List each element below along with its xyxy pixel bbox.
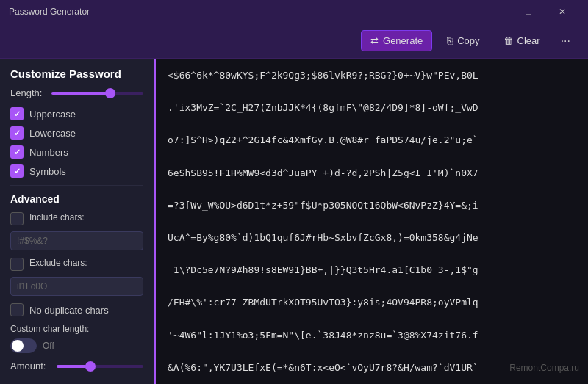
more-button[interactable]: ··· (555, 32, 576, 51)
exclude-chars-row: Exclude chars: (10, 258, 143, 271)
length-slider-track (51, 92, 143, 95)
password-output: <$66^6k*^80wKYS;F^2k9Qg3;$86lvkR9?;RBG?}… (168, 68, 576, 376)
exclude-chars-checkbox[interactable] (10, 258, 24, 271)
shuffle-icon: ⇄ (370, 35, 379, 46)
custom-char-toggle-row: Off (10, 338, 143, 353)
divider (10, 185, 143, 186)
length-label: Length: (10, 87, 46, 98)
title-bar: Password Generator ─ □ ✕ (0, 0, 588, 23)
no-dup-label: No duplicate chars (29, 305, 109, 316)
uppercase-checkbox[interactable]: ✓ (10, 107, 24, 120)
amount-slider-track (57, 365, 143, 368)
advanced-title: Advanced (10, 193, 143, 205)
symbols-checkbox[interactable]: ✓ (10, 164, 24, 178)
toolbar: ⇄ Generate ⎘ Copy 🗑 Clear ··· (0, 23, 588, 59)
check-icon: ✓ (14, 109, 21, 119)
lowercase-label: Lowercase (29, 128, 76, 139)
checkbox-lowercase[interactable]: ✓ Lowercase (10, 126, 143, 140)
copy-icon: ⎘ (447, 35, 453, 46)
exclude-chars-input[interactable] (10, 277, 143, 296)
toggle-off-label: Off (43, 341, 54, 351)
numbers-label: Numbers (29, 147, 68, 158)
custom-char-length-label: Custom char length: (10, 324, 143, 334)
clear-button[interactable]: 🗑 Clear (495, 31, 549, 51)
maximize-button[interactable]: □ (512, 0, 545, 23)
check-icon: ✓ (14, 148, 21, 157)
include-chars-label: Include chars: (29, 212, 85, 222)
title-bar-title: Password Generator (9, 7, 90, 17)
toggle-knob (12, 340, 24, 352)
no-dup-checkbox[interactable] (10, 303, 24, 316)
amount-slider-thumb[interactable] (85, 361, 96, 372)
amount-label: Amount: (10, 361, 51, 372)
minimize-button[interactable]: ─ (478, 0, 512, 23)
checkbox-numbers[interactable]: ✓ Numbers (10, 145, 143, 159)
exclude-chars-label: Exclude chars: (29, 258, 87, 268)
watermark: RemontCompa.ru (509, 361, 579, 375)
include-chars-input[interactable] (10, 231, 143, 250)
include-chars-row: Include chars: (10, 212, 143, 225)
customize-title: Customize Password (10, 68, 143, 80)
check-icon: ✓ (14, 167, 21, 176)
numbers-checkbox[interactable]: ✓ (10, 145, 24, 159)
title-bar-controls: ─ □ ✕ (478, 0, 579, 23)
main-content: Customize Password Length: ✓ Uppercase ✓… (0, 59, 588, 384)
close-button[interactable]: ✕ (545, 0, 579, 23)
copy-button[interactable]: ⎘ Copy (438, 31, 488, 51)
trash-icon: 🗑 (503, 35, 513, 46)
uppercase-label: Uppercase (29, 109, 76, 120)
amount-row: Amount: (10, 361, 143, 372)
check-icon: ✓ (14, 128, 21, 138)
lowercase-checkbox[interactable]: ✓ (10, 126, 24, 140)
length-row: Length: (10, 87, 143, 98)
custom-char-toggle[interactable] (10, 338, 37, 353)
length-slider-fill (51, 92, 107, 95)
amount-slider-fill (57, 365, 87, 368)
left-panel: Customize Password Length: ✓ Uppercase ✓… (0, 59, 154, 384)
checkbox-uppercase[interactable]: ✓ Uppercase (10, 107, 143, 120)
length-slider-thumb[interactable] (105, 88, 115, 98)
include-chars-checkbox[interactable] (10, 212, 24, 225)
generate-button[interactable]: ⇄ Generate (361, 30, 432, 51)
checkbox-symbols[interactable]: ✓ Symbols (10, 164, 143, 178)
no-duplicate-row[interactable]: No duplicate chars (10, 303, 143, 316)
right-panel: <$66^6k*^80wKYS;F^2k9Qg3;$86lvkR9?;RBG?}… (154, 59, 588, 384)
symbols-label: Symbols (29, 166, 66, 177)
